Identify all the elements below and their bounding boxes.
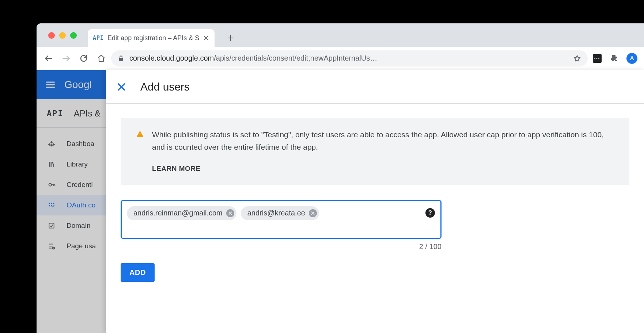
svg-rect-9	[140, 133, 140, 135]
address-bar[interactable]: console.cloud.google.com/apis/credential…	[111, 50, 588, 66]
extensions-puzzle-icon[interactable]	[607, 51, 622, 66]
add-button[interactable]: ADD	[121, 263, 155, 282]
new-tab-button[interactable]	[223, 31, 238, 45]
warning-icon	[135, 129, 145, 139]
browser-window: API Edit app registration – APIs & S	[37, 23, 644, 333]
panel-header: Add users	[106, 70, 644, 104]
window-controls	[41, 32, 84, 47]
chip-remove-button[interactable]	[309, 209, 317, 217]
panel-close-button[interactable]	[115, 80, 128, 93]
chip-label: andris@kreata.ee	[247, 209, 305, 217]
window-close-button[interactable]	[48, 32, 55, 39]
window-minimize-button[interactable]	[59, 32, 66, 39]
tab-title: Edit app registration – APIs & S	[107, 34, 199, 42]
url-host: console.cloud.google.com	[129, 54, 214, 62]
lock-icon	[118, 55, 124, 62]
users-chip-input[interactable]: andris.reinman@gmail.com andris@kreata.e…	[121, 200, 442, 239]
forward-button[interactable]	[58, 51, 74, 66]
chip-remove-button[interactable]	[226, 209, 234, 217]
browser-tab[interactable]: API Edit app registration – APIs & S	[88, 29, 215, 47]
chip-label: andris.reinman@gmail.com	[133, 209, 223, 217]
url-text: console.cloud.google.com/apis/credential…	[129, 54, 568, 62]
add-users-panel: Add users While publishing status is set…	[106, 70, 644, 333]
users-input-wrapper: andris.reinman@gmail.com andris@kreata.e…	[121, 200, 442, 239]
testing-notice: While publishing status is set to "Testi…	[121, 118, 629, 185]
extension-button[interactable]: •••	[593, 54, 602, 63]
notice-text: While publishing status is set to "Testi…	[152, 129, 618, 153]
svg-rect-0	[119, 58, 123, 61]
users-counter: 2 / 100	[121, 242, 442, 251]
tab-favicon: API	[93, 35, 104, 41]
reload-button[interactable]	[76, 51, 91, 66]
browser-toolbar: console.cloud.google.com/apis/credential…	[37, 47, 644, 70]
window-zoom-button[interactable]	[70, 32, 77, 39]
url-path: /apis/credentials/consent/edit;newAppInt…	[214, 54, 377, 62]
profile-avatar[interactable]: A	[626, 53, 637, 64]
learn-more-link[interactable]: LEARN MORE	[152, 163, 618, 174]
bookmark-star-icon[interactable]	[573, 54, 581, 62]
panel-title: Add users	[140, 81, 190, 93]
user-chip[interactable]: andris.reinman@gmail.com	[127, 206, 236, 220]
user-chip[interactable]: andris@kreata.ee	[241, 206, 319, 220]
svg-rect-10	[140, 136, 140, 137]
cloud-console: Googl API APIs & Dashboa Library	[37, 70, 644, 333]
browser-tabbar: API Edit app registration – APIs & S	[37, 23, 644, 47]
home-button[interactable]	[94, 51, 109, 66]
tab-close-button[interactable]	[203, 35, 209, 41]
help-icon[interactable]: ?	[425, 208, 435, 218]
back-button[interactable]	[41, 51, 56, 66]
panel-body: While publishing status is set to "Testi…	[106, 104, 644, 333]
